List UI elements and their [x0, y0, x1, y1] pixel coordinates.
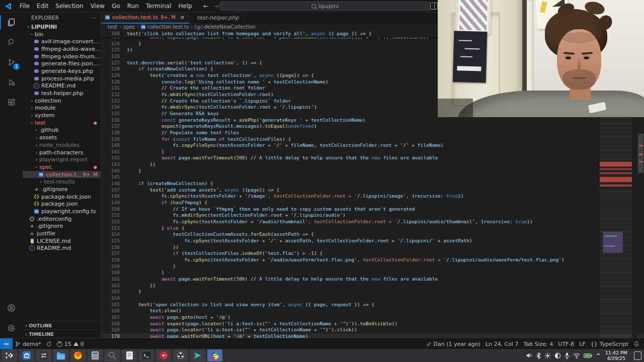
tree-item--editorconfig[interactable]: .editorconfig	[23, 215, 101, 223]
language-mode-item[interactable]: {} TypeScript	[588, 338, 631, 349]
extensions-icon[interactable]	[0, 93, 23, 113]
code-line-137[interactable]: 137 expect(generateKeysResult.messages).…	[101, 123, 644, 130]
code-line-156[interactable]: 156 })	[101, 244, 644, 251]
breadcrumb-item-test[interactable]: test	[108, 24, 117, 30]
tree-item-license-md[interactable]: LICENSE.md	[23, 237, 101, 245]
breadcrumb-item-spec[interactable]: spec	[123, 24, 135, 30]
account-icon[interactable]	[0, 298, 23, 318]
eol-item[interactable]: LF	[577, 338, 588, 349]
code-line-166[interactable]: 166 test.slow()	[101, 308, 644, 314]
tree-item-assets[interactable]: ›assets	[23, 134, 101, 141]
code-line-138[interactable]: 138 // Populate some test files	[101, 130, 644, 136]
tree-item-ffmpeg-video-thumbnail-php[interactable]: ffmpeg-video-thumbnail.php	[23, 53, 101, 60]
menu-file[interactable]: File	[16, 0, 33, 12]
encoding-item[interactable]: UTF-8	[555, 338, 577, 349]
taskbar-screenshot-tool-icon[interactable]	[105, 349, 120, 361]
customize-layout-icon[interactable]	[430, 3, 438, 10]
code-line-143[interactable]: 143 })	[101, 161, 644, 168]
taskbar-settings-tweaks-icon[interactable]	[36, 349, 51, 361]
code-line-170[interactable]: 170 await page.waitForURL(host + '/@' + …	[101, 333, 644, 338]
menu-help[interactable]: Help	[175, 0, 196, 12]
tree-item-generate-files-json-php[interactable]: generate-files-json.php	[23, 60, 101, 67]
code-line-151[interactable]: 151 fs.mkdirSync(testCollectionFolder.ro…	[101, 212, 644, 219]
code-line-142[interactable]: 142 await page.waitForTimeout(500) // A …	[101, 155, 644, 161]
tree-item-bin[interactable]: ›bin	[23, 31, 101, 38]
tab-collection-test-ts[interactable]: TScollection.test.ts9+, M×	[101, 12, 190, 24]
taskbar-software-store-icon[interactable]	[19, 349, 34, 361]
taskbar-app-launcher-icon[interactable]	[2, 349, 17, 361]
taskbar-calculator-icon[interactable]	[88, 349, 103, 361]
settings-gear-icon[interactable]	[0, 318, 23, 338]
taskbar-text-editor-icon[interactable]	[122, 349, 137, 361]
tray-wifi-icon[interactable]	[573, 353, 580, 358]
tree-item-playwright-config-ts[interactable]: TSplaywright.config.ts	[23, 208, 101, 215]
timeline-panel-header[interactable]: › TIMELINE	[23, 329, 101, 338]
nav-forward-icon[interactable]: →	[213, 3, 218, 10]
webcam-overlay-window[interactable]	[438, 0, 644, 117]
menu-selection[interactable]: Selection	[52, 0, 87, 12]
tree-item-test-results[interactable]: ›test-results	[23, 178, 101, 186]
code-line-153[interactable]: 153 } else {	[101, 225, 644, 232]
notifications-bell-icon[interactable]	[631, 338, 642, 349]
tray-microphone-icon[interactable]	[565, 352, 570, 359]
explorer-icon[interactable]	[0, 12, 23, 32]
menu-run[interactable]: Run	[124, 0, 142, 12]
breadcrumb-item-collection.test.ts[interactable]: TScollection.test.ts	[141, 24, 189, 30]
tree-item--github[interactable]: ›.github	[23, 127, 101, 134]
code-line-162[interactable]: 162 })	[101, 283, 644, 289]
project-root-row[interactable]: › LIPUPINI	[23, 23, 101, 31]
tree-item-process-media-php[interactable]: process-media.php	[23, 75, 101, 82]
taskbar-webcam-app-icon[interactable]	[207, 349, 222, 361]
code-line-161[interactable]: 161 await page.waitForTimeout(500) // A …	[101, 276, 644, 283]
tray-night-light-icon[interactable]	[554, 352, 561, 359]
tree-item-justfile[interactable]: ≡justfile	[23, 230, 101, 237]
taskbar-messenger-icon[interactable]	[190, 349, 205, 361]
views-more-icon[interactable]: ⋯	[91, 15, 97, 21]
code-line-141[interactable]: 141 }	[101, 149, 644, 155]
code-line-163[interactable]: 163 }	[101, 289, 644, 295]
code-line-164[interactable]: 164	[101, 295, 644, 302]
tree-item-playwright-report[interactable]: ›playwright-report	[23, 156, 101, 163]
code-line-145[interactable]: 145	[101, 174, 644, 180]
git-branch-item[interactable]: demo*	[13, 338, 44, 349]
tree-item-path-characters[interactable]: ›path-characters	[23, 149, 101, 156]
code-line-147[interactable]: 147 test('add custom assets', async ({pa…	[101, 187, 644, 194]
taskbar-media-app-icon[interactable]	[156, 349, 171, 361]
editor-scrollbar[interactable]	[638, 134, 643, 173]
tree-item-ffmpeg-audio-waveform-php[interactable]: ffmpeg-audio-waveform.php	[23, 45, 101, 53]
tab-test-helper-php[interactable]: test-helper.php	[190, 12, 244, 24]
nav-back-icon[interactable]: ←	[203, 3, 208, 10]
code-line-150[interactable]: 150 // If we have `ffmpeg` then we only …	[101, 206, 644, 213]
tray-volume-icon[interactable]	[526, 352, 533, 358]
run-debug-icon[interactable]	[0, 72, 23, 93]
tray-battery-icon[interactable]	[584, 353, 592, 358]
tree-item--gitignore[interactable]: ◆.gitignore	[23, 223, 101, 230]
cursor-position-item[interactable]: Ln 24, Col 7	[483, 338, 521, 349]
tree-item-package-json[interactable]: {}package.json	[23, 201, 101, 208]
menu-terminal[interactable]: Terminal	[142, 0, 175, 12]
tree-item-test-helper-php[interactable]: test-helper.php	[23, 89, 101, 97]
menu-go[interactable]: Go	[108, 0, 124, 12]
tree-item-module[interactable]: ›module	[23, 105, 101, 112]
show-desktop-button[interactable]	[634, 351, 641, 360]
tree-item-node-modules[interactable]: ›node_modules	[23, 141, 101, 149]
code-line-139[interactable]: 139 for (const fileName of testCollectio…	[101, 136, 644, 143]
code-line-149[interactable]: 149 if (hasFfmpeg) {	[101, 200, 644, 206]
problems-item[interactable]: 15 0	[54, 338, 87, 349]
tree-item-avif-image-convert-php[interactable]: avif-image-convert.php	[23, 38, 101, 45]
tray-bluetooth-icon[interactable]	[536, 352, 541, 359]
code-line-154[interactable]: 154 testCollectionCustomAssets.forEach(a…	[101, 231, 644, 238]
code-line-152[interactable]: 152 fs.cpSync(testAssetsFolder + '/audio…	[101, 219, 644, 225]
tray-expander-icon[interactable]: ^	[596, 352, 600, 359]
taskbar-file-manager-icon[interactable]	[53, 349, 68, 361]
tree-item-readme-md[interactable]: iREADME.md	[23, 245, 101, 252]
code-line-159[interactable]: 159 }	[101, 263, 644, 270]
taskbar-clock[interactable]: 11:42 PM 4/29/25	[605, 350, 627, 361]
outline-panel-header[interactable]: › OUTLINE	[23, 321, 101, 329]
code-line-144[interactable]: 144 }	[101, 168, 644, 174]
code-line-148[interactable]: 148 fs.cpSync(testAssetsFolder + '/image…	[101, 193, 644, 200]
tree-item-generate-keys-php[interactable]: generate-keys.php	[23, 67, 101, 75]
code-line-157[interactable]: 157 if (testCollectionFiles.indexOf('tes…	[101, 250, 644, 257]
code-line-158[interactable]: 158 fs.cpSync(testAssetsFolder + '/audio…	[101, 257, 644, 263]
tree-item-collection[interactable]: ›collection	[23, 97, 101, 105]
